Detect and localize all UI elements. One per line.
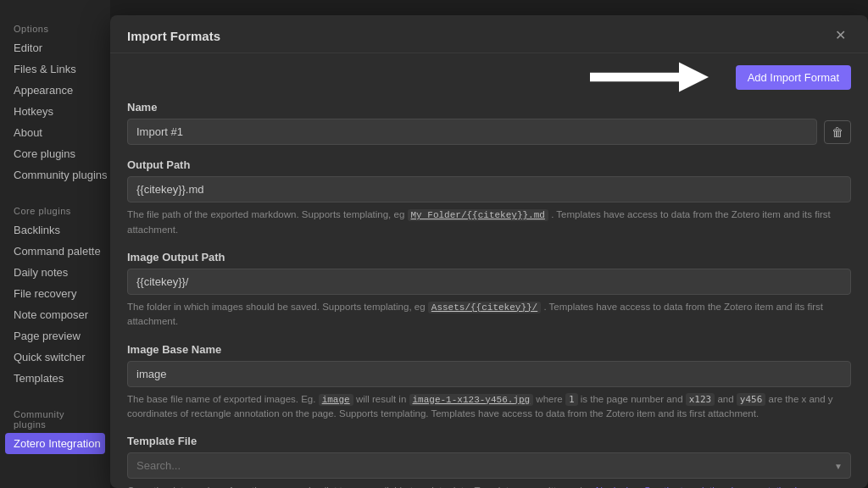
add-import-format-button[interactable]: Add Import Format bbox=[736, 65, 851, 90]
arrow-container bbox=[127, 62, 726, 92]
sidebar-item-editor[interactable]: Editor bbox=[0, 37, 110, 58]
sidebar-item-note-composer[interactable]: Note composer bbox=[0, 304, 110, 325]
image-base-desc5: and bbox=[717, 394, 736, 404]
modal-title: Import Formats bbox=[127, 29, 220, 43]
image-base-field-group: Image Base Name The base file name of ex… bbox=[127, 343, 851, 422]
image-output-label: Image Output Path bbox=[127, 251, 851, 263]
image-base-y456: y456 bbox=[737, 393, 766, 406]
modal-body: Name 🗑 Output Path The file path of the … bbox=[110, 101, 868, 488]
sidebar-item-core-plugins[interactable]: Core plugins bbox=[0, 143, 110, 164]
options-section-label: Options bbox=[0, 17, 110, 37]
output-path-description: The file path of the exported markdown. … bbox=[127, 208, 851, 237]
sidebar-item-file-recovery[interactable]: File recovery bbox=[0, 283, 110, 304]
image-output-description: The folder in which images should be sav… bbox=[127, 300, 851, 330]
import-formats-modal: Import Formats ✕ Add Import Format Name … bbox=[110, 15, 868, 488]
image-base-desc3: where bbox=[536, 394, 565, 404]
image-base-example: image-1-x123-y456.jpg bbox=[409, 394, 534, 406]
template-file-label: Template File bbox=[127, 435, 851, 447]
sidebar-item-files-links[interactable]: Files & Links bbox=[0, 58, 110, 80]
sidebar: Options Editor Files & Links Appearance … bbox=[0, 0, 110, 488]
output-path-input[interactable] bbox=[127, 176, 851, 202]
image-output-input[interactable] bbox=[127, 269, 851, 295]
sidebar-item-community-plugins[interactable]: Community plugins bbox=[0, 164, 110, 186]
template-file-field-group: Template File ▼ Open the data explorer f… bbox=[127, 435, 851, 488]
sidebar-item-backlinks[interactable]: Backlinks bbox=[0, 219, 110, 241]
image-base-label: Image Base Name bbox=[127, 343, 851, 356]
output-path-field-group: Output Path The file path of the exporte… bbox=[127, 158, 851, 237]
name-input[interactable] bbox=[127, 119, 817, 145]
sidebar-item-quick-switcher[interactable]: Quick switcher bbox=[0, 347, 110, 368]
image-base-description: The base file name of exported images. E… bbox=[127, 392, 851, 422]
image-base-desc1: The base file name of exported images. E… bbox=[127, 394, 319, 404]
trash-icon: 🗑 bbox=[832, 125, 843, 139]
sidebar-item-hotkeys[interactable]: Hotkeys bbox=[0, 101, 110, 122]
arrow-icon bbox=[590, 62, 709, 92]
sidebar-item-appearance[interactable]: Appearance bbox=[0, 80, 110, 101]
output-path-example: My Folder/{{citekey}}.md bbox=[408, 209, 548, 221]
sidebar-item-templates[interactable]: Templates bbox=[0, 368, 110, 389]
template-file-select-wrapper: ▼ bbox=[127, 452, 851, 479]
output-path-label: Output Path bbox=[127, 158, 851, 171]
modal-toolbar: Add Import Format bbox=[110, 53, 868, 101]
sidebar-item-daily-notes[interactable]: Daily notes bbox=[0, 262, 110, 283]
sidebar-item-zotero-integration[interactable]: Zotero Integration bbox=[5, 433, 105, 454]
image-base-input[interactable] bbox=[127, 361, 851, 387]
sidebar-item-about[interactable]: About bbox=[0, 122, 110, 143]
template-file-input[interactable] bbox=[127, 452, 851, 479]
image-output-desc1: The folder in which images should be sav… bbox=[127, 302, 428, 312]
image-base-code: image bbox=[319, 394, 353, 406]
image-base-desc4: is the page number and bbox=[581, 394, 686, 404]
svg-marker-1 bbox=[679, 63, 709, 92]
delete-button[interactable]: 🗑 bbox=[824, 120, 851, 144]
image-base-1: 1 bbox=[565, 393, 578, 406]
sidebar-item-page-preview[interactable]: Page preview bbox=[0, 325, 110, 347]
output-path-desc1: The file path of the exported markdown. … bbox=[127, 209, 408, 219]
core-plugins-section-label: Core plugins bbox=[0, 199, 110, 219]
svg-rect-0 bbox=[590, 73, 687, 82]
image-base-desc2: will result in bbox=[356, 394, 409, 404]
community-plugins-section-label: Community plugins bbox=[0, 402, 110, 433]
name-label: Name bbox=[127, 101, 851, 114]
image-output-field-group: Image Output Path The folder in which im… bbox=[127, 251, 851, 330]
image-base-x123: x123 bbox=[686, 393, 715, 406]
image-output-example: Assets/{{citekey}}/ bbox=[428, 302, 541, 313]
name-field-group: Name 🗑 bbox=[127, 101, 851, 145]
template-file-description: Open the data explorer from the command … bbox=[127, 484, 851, 488]
sidebar-item-command-palette[interactable]: Command palette bbox=[0, 241, 110, 262]
close-button[interactable]: ✕ bbox=[830, 27, 851, 44]
name-field-row: 🗑 bbox=[127, 119, 851, 145]
modal-header: Import Formats ✕ bbox=[110, 15, 868, 53]
